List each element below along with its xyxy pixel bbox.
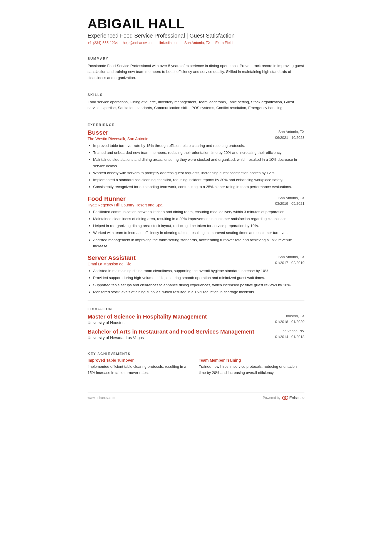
skills-divider xyxy=(88,86,304,86)
candidate-name: ABIGAIL HALL xyxy=(88,17,304,31)
job-food-runner-location: San Antonio, TX xyxy=(275,195,304,201)
job-server-assistant-meta: San Antonio, TX 01/2017 - 02/2019 xyxy=(275,254,304,266)
edu-masters-left: Master of Science in Hospitality Managem… xyxy=(88,313,207,325)
education-divider xyxy=(88,300,304,300)
contact-info: +1-(234)-555-1234 help@enhancv.com linke… xyxy=(88,41,304,45)
experience-label: EXPERIENCE xyxy=(88,123,304,127)
resume-page: ABIGAIL HALL Experienced Food Service Pr… xyxy=(71,0,321,423)
job-food-runner-bullets: Facilitated communication between kitche… xyxy=(88,209,304,250)
bullet: Assisted management in improving the tab… xyxy=(93,237,304,250)
job-server-assistant-header: Server Assistant Omni La Mansion del Rio… xyxy=(88,254,304,266)
job-server-assistant: Server Assistant Omni La Mansion del Rio… xyxy=(88,254,304,295)
page-footer: www.enhancv.com Powered by Enhancv xyxy=(88,392,304,400)
job-busser-left: Busser The Westin Riverwalk, San Antonio xyxy=(88,129,148,141)
powered-by-label: Powered by xyxy=(263,396,280,400)
edu-bachelors-meta: Las Vegas, NV 01/2014 - 01/2018 xyxy=(275,328,304,340)
edu-bachelors-dates: 01/2014 - 01/2018 xyxy=(275,334,304,340)
contact-phone: +1-(234)-555-1234 xyxy=(88,41,118,45)
skills-text: Food service operations, Dining etiquett… xyxy=(88,99,304,111)
edu-masters-school: University of Houston xyxy=(88,320,207,325)
achievements-label: KEY ACHIEVEMENTS xyxy=(88,352,304,356)
job-server-assistant-title: Server Assistant xyxy=(88,254,136,262)
bullet: Maintained side stations and dining area… xyxy=(93,157,304,169)
enhancv-logo-icon xyxy=(282,395,288,400)
achievements-section: KEY ACHIEVEMENTS Improved Table Turnover… xyxy=(88,352,304,376)
summary-label: SUMMARY xyxy=(88,57,304,61)
bullet: Assisted in maintaining dining room clea… xyxy=(93,268,304,274)
bullet: Facilitated communication between kitche… xyxy=(93,209,304,215)
footer-powered: Powered by Enhancv xyxy=(263,395,304,400)
achievement-table-turnover-title: Improved Table Turnover xyxy=(88,358,193,362)
job-server-assistant-dates: 01/2017 - 02/2019 xyxy=(275,260,304,266)
bullet: Monitored stock levels of dining supplie… xyxy=(93,289,304,295)
enhancv-logo: Enhancv xyxy=(282,395,304,400)
edu-masters-degree: Master of Science in Hospitality Managem… xyxy=(88,313,207,320)
contact-extra: Extra Field xyxy=(215,41,232,45)
bullet: Trained and onboarded new team members, … xyxy=(93,150,304,156)
job-busser-header: Busser The Westin Riverwalk, San Antonio… xyxy=(88,129,304,141)
skills-label: SKILLS xyxy=(88,93,304,97)
job-server-assistant-left: Server Assistant Omni La Mansion del Rio xyxy=(88,254,136,266)
bullet: Maintained cleanliness of dining area, r… xyxy=(93,216,304,222)
bullet: Consistently recognized for outstanding … xyxy=(93,184,304,190)
experience-divider xyxy=(88,116,304,116)
job-busser-title: Busser xyxy=(88,129,148,136)
edu-masters-meta: Houston, TX 01/2018 - 01/2020 xyxy=(275,313,304,325)
job-food-runner-company: Hyatt Regency Hill Country Resort and Sp… xyxy=(88,203,162,207)
job-server-assistant-bullets: Assisted in maintaining dining room clea… xyxy=(88,268,304,295)
achievement-team-training-desc: Trained new hires in service protocols, … xyxy=(199,364,304,376)
bullet: Worked with team to increase efficiency … xyxy=(93,230,304,236)
bullet: Improved table turnover rate by 15% thro… xyxy=(93,143,304,149)
edu-bachelors-left: Bachelor of Arts in Restaurant and Food … xyxy=(88,328,254,340)
achievement-table-turnover-desc: Implemented efficient table clearing pro… xyxy=(88,364,193,376)
education-section: EDUCATION Master of Science in Hospitali… xyxy=(88,307,304,340)
education-label: EDUCATION xyxy=(88,307,304,311)
bullet: Supported table setups and clearances to… xyxy=(93,282,304,288)
achievement-team-training: Team Member Training Trained new hires i… xyxy=(199,358,304,376)
job-food-runner-title: Food Runner xyxy=(88,195,162,203)
job-food-runner-header: Food Runner Hyatt Regency Hill Country R… xyxy=(88,195,304,207)
summary-section: SUMMARY Passionate Food Service Professi… xyxy=(88,57,304,81)
summary-text: Passionate Food Service Professional wit… xyxy=(88,63,304,81)
job-busser-bullets: Improved table turnover rate by 15% thro… xyxy=(88,143,304,190)
job-busser-location: San Antonio, TX xyxy=(275,129,304,135)
edu-bachelors-school: University of Nevada, Las Vegas xyxy=(88,336,254,340)
job-food-runner: Food Runner Hyatt Regency Hill Country R… xyxy=(88,195,304,250)
footer-url: www.enhancv.com xyxy=(88,396,115,400)
job-food-runner-left: Food Runner Hyatt Regency Hill Country R… xyxy=(88,195,162,207)
skills-section: SKILLS Food service operations, Dining e… xyxy=(88,93,304,111)
edu-masters-dates: 01/2018 - 01/2020 xyxy=(275,319,304,325)
achievements-grid: Improved Table Turnover Implemented effi… xyxy=(88,358,304,376)
contact-email: help@enhancv.com xyxy=(123,41,154,45)
contact-linkedin: linkedin.com xyxy=(159,41,179,45)
experience-section: EXPERIENCE Busser The Westin Riverwalk, … xyxy=(88,123,304,295)
job-food-runner-dates: 03/2019 - 05/2021 xyxy=(275,201,304,207)
job-server-assistant-location: San Antonio, TX xyxy=(275,254,304,260)
edu-bachelors-degree: Bachelor of Arts in Restaurant and Food … xyxy=(88,328,254,335)
contact-location: San Antonio, TX xyxy=(184,41,210,45)
header: ABIGAIL HALL Experienced Food Service Pr… xyxy=(88,17,304,45)
svg-point-1 xyxy=(285,396,288,399)
achievement-table-turnover: Improved Table Turnover Implemented effi… xyxy=(88,358,193,376)
edu-bachelors-location: Las Vegas, NV xyxy=(275,328,304,334)
edu-masters-location: Houston, TX xyxy=(275,313,304,319)
candidate-title: Experienced Food Service Professional | … xyxy=(88,33,304,39)
edu-masters: Master of Science in Hospitality Managem… xyxy=(88,313,304,325)
bullet: Helped in reorganizing dining area stock… xyxy=(93,223,304,229)
job-food-runner-meta: San Antonio, TX 03/2019 - 05/2021 xyxy=(275,195,304,207)
job-busser-dates: 06/2021 - 10/2023 xyxy=(275,135,304,141)
bullet: Worked closely with servers to promptly … xyxy=(93,170,304,176)
job-busser-company: The Westin Riverwalk, San Antonio xyxy=(88,137,148,141)
bullet: Provided support during high-volume shif… xyxy=(93,275,304,281)
achievement-team-training-title: Team Member Training xyxy=(199,358,304,362)
job-busser-meta: San Antonio, TX 06/2021 - 10/2023 xyxy=(275,129,304,141)
edu-bachelors: Bachelor of Arts in Restaurant and Food … xyxy=(88,328,304,340)
header-divider xyxy=(88,50,304,50)
bullet: Implemented a standardized cleaning chec… xyxy=(93,177,304,183)
job-server-assistant-company: Omni La Mansion del Rio xyxy=(88,262,136,266)
achievements-divider xyxy=(88,345,304,345)
job-busser: Busser The Westin Riverwalk, San Antonio… xyxy=(88,129,304,190)
enhancv-brand-name: Enhancv xyxy=(289,396,304,400)
